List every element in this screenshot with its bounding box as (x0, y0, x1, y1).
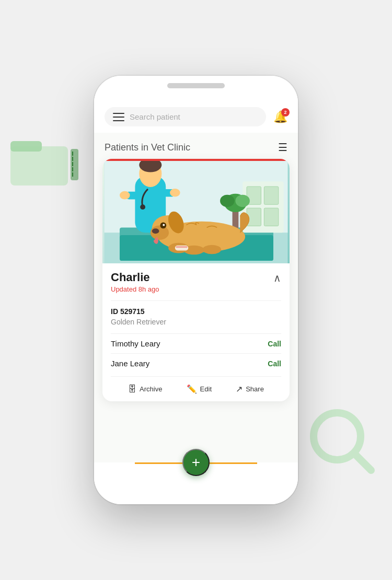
svg-rect-5 (72, 162, 73, 166)
search-placeholder: Search patient (130, 112, 180, 121)
patient-card: Charlie ∧ Updated 8h ago ID 529715 Golde… (102, 159, 290, 401)
svg-rect-42 (176, 247, 188, 248)
filter-icon[interactable]: ☰ (278, 141, 287, 154)
svg-point-36 (163, 224, 165, 226)
phone-frame: Search patient 🔔 2 Patients in Vet Clini… (94, 76, 298, 504)
svg-point-26 (120, 191, 130, 200)
edit-icon: ✏️ (187, 384, 197, 394)
svg-line-9 (354, 454, 371, 470)
updated-text: Updated 8h ago (111, 285, 281, 293)
archive-icon: 🗄 (128, 385, 136, 394)
page-subtitle: in Vet Clinic (141, 142, 190, 153)
call-button-1[interactable]: Call (268, 359, 281, 368)
svg-point-34 (152, 228, 159, 234)
notification-bell[interactable]: 🔔 2 (273, 110, 287, 124)
svg-rect-7 (72, 172, 73, 177)
phone-notch (167, 83, 225, 88)
edit-button[interactable]: ✏️ Edit (187, 384, 212, 394)
bottom-bar: + (94, 462, 298, 504)
share-button[interactable]: ↗ Share (236, 384, 264, 394)
svg-point-30 (140, 204, 145, 210)
call-button-0[interactable]: Call (268, 340, 281, 348)
svg-rect-16 (264, 187, 278, 204)
patients-header: Patients in Vet Clinic ☰ (94, 133, 298, 159)
hamburger-icon[interactable] (113, 113, 124, 121)
svg-rect-0 (10, 146, 68, 185)
fab-add-button[interactable]: + (182, 449, 210, 476)
archive-button[interactable]: 🗄 Archive (128, 384, 162, 394)
page-title: Patients in Vet Clinic (105, 142, 190, 153)
svg-rect-4 (72, 157, 73, 161)
card-info: Charlie ∧ Updated 8h ago ID 529715 Golde… (102, 263, 290, 401)
bg-folder-decoration (10, 136, 78, 188)
owner-name-1: Jane Leary (111, 359, 149, 368)
owner-row-1: Jane Leary Call (111, 353, 281, 373)
patient-image (102, 159, 290, 263)
pet-id: ID 529715 (111, 307, 281, 316)
share-icon: ↗ (236, 384, 243, 394)
chevron-up-icon[interactable]: ∧ (273, 272, 281, 284)
svg-rect-2 (71, 149, 78, 180)
divider (111, 300, 281, 301)
archive-label: Archive (140, 385, 162, 393)
bg-search-decoration (308, 408, 376, 475)
phone-content: Search patient 🔔 2 Patients in Vet Clini… (94, 76, 298, 504)
svg-rect-3 (72, 152, 73, 156)
edit-label: Edit (200, 385, 212, 393)
notification-badge: 2 (281, 108, 290, 117)
svg-point-22 (235, 195, 249, 207)
svg-point-40 (203, 245, 221, 254)
pet-breed: Golden Retriever (111, 318, 281, 326)
search-input-wrapper[interactable]: Search patient (105, 107, 266, 126)
share-label: Share (246, 385, 264, 393)
svg-rect-1 (10, 141, 42, 152)
svg-rect-41 (175, 246, 188, 251)
card-actions: 🗄 Archive ✏️ Edit ↗ Share (111, 376, 281, 401)
pet-name: Charlie (111, 271, 150, 284)
owner-name-0: Timothy Leary (111, 339, 160, 348)
svg-point-27 (170, 189, 180, 197)
svg-rect-18 (264, 208, 278, 226)
svg-rect-6 (72, 167, 73, 171)
owner-row-0: Timothy Leary Call (111, 333, 281, 353)
svg-point-21 (220, 195, 234, 207)
